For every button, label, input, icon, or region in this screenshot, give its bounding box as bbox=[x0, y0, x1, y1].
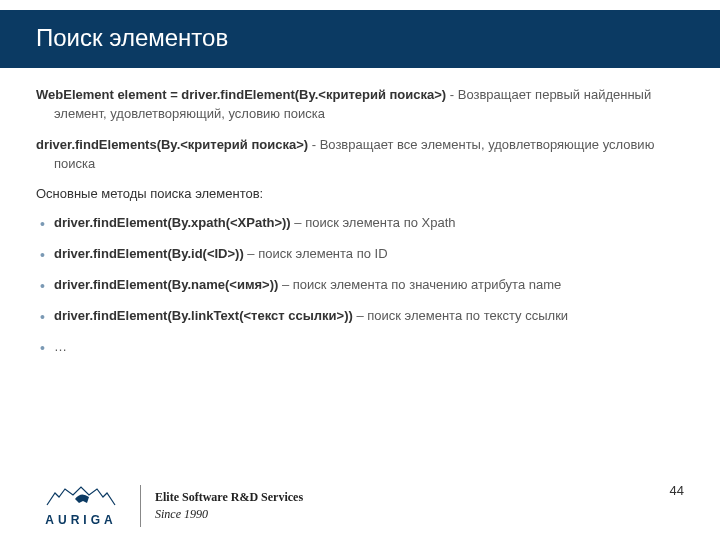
brand-logo: AURIGA Elite Software R&D Services Since… bbox=[36, 485, 303, 527]
list-item: … bbox=[36, 338, 684, 357]
logo-mark: AURIGA bbox=[36, 485, 126, 527]
slide-footer: AURIGA Elite Software R&D Services Since… bbox=[0, 472, 720, 540]
desc-text: – поиск элемента по значению атрибута na… bbox=[278, 277, 561, 292]
code-snippet: driver.findElement(By.id(<ID>)) bbox=[54, 246, 244, 261]
page-number: 44 bbox=[670, 483, 684, 498]
list-item: driver.findElement(By.linkText(<текст сс… bbox=[36, 307, 684, 326]
methods-list: driver.findElement(By.xpath(<XPath>)) – … bbox=[36, 214, 684, 356]
desc-text: – поиск элемента по ID bbox=[244, 246, 388, 261]
ellipsis: … bbox=[54, 339, 67, 354]
desc-text: – поиск элемента по тексту ссылки bbox=[353, 308, 568, 323]
horse-icon bbox=[36, 485, 126, 511]
slide-title: Поиск элементов bbox=[36, 24, 684, 52]
brand-tagline: Elite Software R&D Services Since 1990 bbox=[155, 489, 303, 523]
code-snippet: driver.findElement(By.name(<имя>)) bbox=[54, 277, 278, 292]
paragraph-findElements: driver.findElements(By.<критерий поиска>… bbox=[36, 136, 684, 174]
tagline-primary: Elite Software R&D Services bbox=[155, 489, 303, 506]
tagline-secondary: Since 1990 bbox=[155, 506, 303, 523]
code-snippet: driver.findElement(By.linkText(<текст сс… bbox=[54, 308, 353, 323]
title-bar: Поиск элементов bbox=[0, 10, 720, 68]
paragraph-findElement: WebElement element = driver.findElement(… bbox=[36, 86, 684, 124]
desc-text: – поиск элемента по Xpath bbox=[291, 215, 456, 230]
list-item: driver.findElement(By.xpath(<XPath>)) – … bbox=[36, 214, 684, 233]
list-item: driver.findElement(By.name(<имя>)) – пои… bbox=[36, 276, 684, 295]
methods-heading: Основные методы поиска элементов: bbox=[36, 185, 684, 204]
list-item: driver.findElement(By.id(<ID>)) – поиск … bbox=[36, 245, 684, 264]
divider bbox=[140, 485, 141, 527]
code-snippet: driver.findElements(By.<критерий поиска>… bbox=[36, 137, 308, 152]
code-snippet: driver.findElement(By.xpath(<XPath>)) bbox=[54, 215, 291, 230]
brand-name: AURIGA bbox=[36, 513, 126, 527]
slide-content: WebElement element = driver.findElement(… bbox=[0, 68, 720, 356]
code-snippet: WebElement element = driver.findElement(… bbox=[36, 87, 446, 102]
